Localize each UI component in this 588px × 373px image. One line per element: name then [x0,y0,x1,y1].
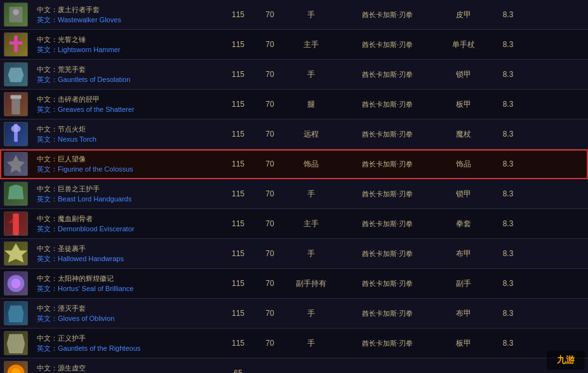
svg-point-5 [11,125,20,132]
item-level: 115 [222,219,254,228]
item-name-col: 中文：光誓之锤 英文：Lightsworn Hammer [32,32,222,58]
item-icon-col [0,358,32,373]
item-source: 酋长卡加斯·刃拳 [337,130,438,139]
item-chinese-name: 中文：击碎者的胫甲 [37,94,217,105]
item-slot: 手 [286,248,337,259]
item-name-col: 中文：正义护手 英文：Gauntlets of the Righteous [32,330,222,356]
item-name-col: 中文：节点火炬 英文：Nexus Torch [32,121,222,147]
item-level: 115 [222,159,254,168]
item-english-name[interactable]: 英文：Figurine of the Colossus [37,164,217,175]
item-icon-col [0,329,32,358]
item-icon [4,92,28,116]
item-icon [4,32,28,57]
item-type: 板甲 [438,99,489,110]
item-level: 115 [222,249,254,258]
item-icon-col [0,299,32,328]
table-row[interactable]: 中文：巨人望像 英文：Figurine of the Colossus 115 … [0,149,588,179]
svg-rect-6 [13,214,18,235]
item-type: 锁甲 [438,189,489,200]
item-source: 酋长卡加斯·刃拳 [337,279,438,288]
item-level: 115 [222,40,254,49]
table-row[interactable]: 中文：光誓之锤 英文：Lightsworn Hammer 115 70 主手 酋… [0,30,588,60]
item-source: 酋长卡加斯·刃拳 [337,10,438,20]
item-score: 8.3 [489,189,527,198]
item-chinese-name: 中文：源生虚空 [37,363,217,374]
item-level: 115 [222,10,254,19]
item-english-name[interactable]: 英文：Demonblood Eviscerator [37,224,217,234]
item-icon [4,122,28,146]
item-icon-col [0,30,32,59]
item-english-name[interactable]: 英文：Nexus Torch [37,134,217,145]
item-type: 布甲 [438,248,489,259]
item-name-col: 中文：荒芜手套 英文：Gauntlets of Desolation [32,62,222,88]
table-row[interactable]: 中文：巨兽之王护手 英文：Beast Lord Handguards 115 7… [0,179,588,209]
item-icon-col [0,149,32,179]
table-row[interactable]: 中文：湮灭手套 英文：Gloves of Oblivion 115 70 手 酋… [0,299,588,329]
item-score: 8.3 [489,100,527,109]
item-english-name[interactable]: 英文：Wastewalker Gloves [37,15,217,25]
item-chinese-name: 中文：节点火炬 [37,124,217,135]
item-icon-svg [4,361,27,373]
item-chinese-name: 中文：光誓之锤 [37,34,217,45]
item-english-name[interactable]: 英文：Gauntlets of Desolation [37,74,217,85]
item-type: 板甲 [438,338,489,349]
item-slot: 手 [286,308,337,319]
item-icon-svg [4,331,27,355]
item-req-level: 70 [254,10,286,19]
item-slot: 手 [286,338,337,349]
item-name-col: 中文：废土行者手套 英文：Wastewalker Gloves [32,2,222,28]
item-level: 115 [222,189,254,198]
item-score: 8.3 [489,339,527,348]
table-row[interactable]: 中文：圣徒裹手 英文：Hallowed Handwraps 115 70 手 酋… [0,239,588,269]
item-icon-col [0,179,32,208]
table-row[interactable]: 中文：正义护手 英文：Gauntlets of the Righteous 11… [0,329,588,358]
table-row[interactable]: 中文：太阳神的辉煌徽记 英文：Hortus' Seal of Brillianc… [0,269,588,299]
item-english-name[interactable]: 英文：Gloves of Oblivion [37,313,217,324]
item-english-name[interactable]: 英文：Lightsworn Hammer [37,44,217,55]
item-icon-svg [4,271,27,295]
table-row[interactable]: 中文：源生虚空 英文：Primal Nether 65 [0,358,588,373]
svg-point-0 [13,9,18,15]
item-chinese-name: 中文：荒芜手套 [37,64,217,75]
item-level: 115 [222,100,254,109]
item-icon [4,3,28,27]
svg-rect-3 [10,95,21,99]
item-source: 酋长卡加斯·刃拳 [337,219,438,229]
item-icon-col [0,90,32,119]
item-level: 115 [222,309,254,318]
item-level: 115 [222,279,254,288]
item-source: 酋长卡加斯·刃拳 [337,100,438,109]
item-english-name[interactable]: 英文：Hallowed Handwraps [37,254,217,264]
item-english-name[interactable]: 英文：Hortus' Seal of Brilliance [37,283,217,294]
item-name-col: 中文：击碎者的胫甲 英文：Greaves of the Shatterer [32,92,222,118]
item-req-level: 70 [254,279,286,288]
item-source: 酋长卡加斯·刃拳 [337,249,438,259]
svg-rect-2 [10,41,23,44]
item-chinese-name: 中文：废土行者手套 [37,4,217,15]
item-slot: 手 [286,10,337,20]
table-row[interactable]: 中文：魔血剔骨者 英文：Demonblood Eviscerator 115 7… [0,209,588,239]
item-score: 8.3 [489,130,527,139]
item-icon [4,62,28,86]
item-english-name[interactable]: 英文：Greaves of the Shatterer [37,104,217,115]
item-chinese-name: 中文：圣徒裹手 [37,243,217,254]
item-icon [4,212,28,236]
item-req-level: 70 [254,100,286,109]
item-name-col: 中文：太阳神的辉煌徽记 英文：Hortus' Seal of Brillianc… [32,271,222,297]
item-level: 65 [222,369,254,373]
item-english-name[interactable]: 英文：Gauntlets of the Righteous [37,343,217,354]
item-req-level: 70 [254,40,286,49]
table-row[interactable]: 中文：废土行者手套 英文：Wastewalker Gloves 115 70 手… [0,0,588,30]
item-icon [4,271,28,295]
item-source: 酋长卡加斯·刃拳 [337,189,438,199]
item-type: 锁甲 [438,69,489,80]
item-slot: 手 [286,69,337,80]
table-row[interactable]: 中文：荒芜手套 英文：Gauntlets of Desolation 115 7… [0,60,588,90]
item-english-name[interactable]: 英文：Beast Lord Handguards [37,194,217,205]
item-icon-svg [4,212,27,236]
item-icon-col [0,269,32,298]
item-icon-svg [4,122,27,146]
table-row[interactable]: 中文：击碎者的胫甲 英文：Greaves of the Shatterer 11… [0,90,588,119]
item-name-col: 中文：魔血剔骨者 英文：Demonblood Eviscerator [32,211,222,237]
table-row[interactable]: 中文：节点火炬 英文：Nexus Torch 115 70 远程 酋长卡加斯·刃… [0,119,588,149]
